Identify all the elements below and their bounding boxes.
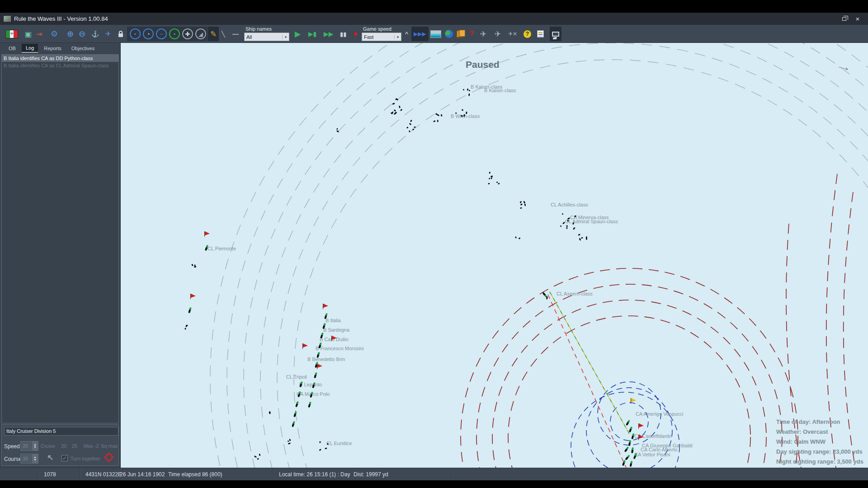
restore-window-button[interactable] [837, 14, 851, 24]
fast-forward-button[interactable]: ▶▶ [324, 25, 334, 43]
sighting-range-ring [244, 43, 868, 468]
lock-icon[interactable] [118, 25, 123, 43]
contact-marker[interactable] [463, 89, 464, 90]
save-icon[interactable]: ▣ [25, 25, 32, 43]
compass-green-dot-icon[interactable]: • [169, 25, 180, 43]
dashed-line-icon[interactable]: ••••• [232, 25, 239, 43]
play-step-button[interactable]: ▶▮ [308, 25, 316, 43]
division-flag[interactable] [302, 343, 303, 349]
italy-flag-icon[interactable] [5, 25, 18, 43]
helm-wheel-icon[interactable] [104, 452, 114, 462]
zoom-in-icon[interactable]: ⊕ [67, 25, 74, 43]
division-flag[interactable] [190, 294, 191, 299]
weather-panel: Time of day: AfternoonWeather: OvercastW… [776, 417, 863, 467]
sighting-range-ring [277, 43, 868, 468]
ledger-icon[interactable] [457, 25, 466, 43]
screen-settings-icon[interactable] [550, 27, 561, 41]
aircraft-strike-icon[interactable]: ✈ [495, 25, 501, 43]
sea-view-icon[interactable] [430, 25, 441, 43]
tab-ob[interactable]: OB [5, 44, 20, 52]
contact-marker[interactable] [567, 220, 568, 222]
ship-label: CA Marco Polo [297, 391, 330, 397]
collapse-toolbar-button[interactable]: ^ [405, 25, 408, 43]
targeting-line [550, 292, 629, 434]
compass-sector-icon[interactable]: ◔ [143, 25, 154, 43]
speed-value: 20 [21, 441, 32, 450]
contact-marker[interactable] [437, 120, 438, 122]
selected-division-flag[interactable] [631, 398, 631, 404]
weather-line: Night sighting range: 3,500 yds [776, 457, 863, 467]
ship-label: B Francesco Morosini [316, 346, 363, 351]
tab-reports[interactable]: Reports [40, 44, 66, 52]
game-speed-combo[interactable]: Game speedFast▾ [362, 25, 401, 43]
pause-button[interactable]: ▮▮ [340, 25, 346, 43]
app-icon [4, 16, 11, 22]
log-entry[interactable]: B Italia identifies CA as DD Python-clas… [2, 55, 118, 62]
message-log-icon[interactable] [537, 25, 544, 43]
plot-pencil-icon[interactable]: ✎ [208, 27, 219, 41]
turn-together-checkbox[interactable]: ✓ [61, 455, 68, 461]
zoom-out-icon[interactable]: ⊖ [79, 25, 85, 43]
sidebar-tabs: OBLogReportsObjectives [0, 43, 120, 53]
ship-names-combo[interactable]: Ship namesAll▾ [244, 25, 289, 43]
paused-indicator: Paused [466, 59, 500, 70]
division-flag[interactable] [638, 423, 639, 429]
chevron-down-icon: ▾ [394, 35, 401, 39]
anchor-icon[interactable]: ⚓ [91, 25, 99, 43]
compass-needle-icon[interactable]: ◢ [195, 25, 206, 43]
contact-marker[interactable] [566, 227, 568, 229]
speed-button-25[interactable]: 25 [72, 443, 77, 449]
intel-question-icon[interactable]: ? [469, 25, 474, 43]
fast-mode-icon[interactable]: ▶▶▶ [411, 27, 429, 41]
ship-label: CA Amerigo Vespucci [636, 411, 683, 417]
game_speed-dropdown[interactable]: Fast▾ [362, 33, 401, 41]
compass-dot-icon[interactable]: • [130, 25, 141, 43]
ship_names-dropdown[interactable]: All▾ [244, 33, 289, 41]
exit-door-icon[interactable]: ⇥ [36, 25, 42, 43]
weather-line: Day sighting range: 23,000 yds [776, 447, 863, 457]
course-spinner-arrows[interactable]: ▲▼ [32, 454, 38, 463]
weather-line: Weather: Overcast [776, 427, 863, 437]
division-flag[interactable] [331, 336, 332, 341]
globe-icon[interactable] [445, 25, 453, 43]
restore-icon [842, 17, 846, 21]
status-segment: 4431N 01322E [80, 468, 114, 480]
division-flag[interactable] [323, 304, 323, 309]
compass-minus-icon[interactable]: − [156, 25, 167, 43]
speed-button-20[interactable]: 20 [61, 443, 66, 449]
speed-button-cruise[interactable]: Cruise [41, 443, 55, 449]
speed-button-max-2[interactable]: Max -2 [84, 443, 99, 449]
division-flag[interactable] [204, 231, 205, 237]
close-window-button[interactable]: × [851, 14, 864, 24]
compass-cross-icon-glyph: ✚ [182, 28, 193, 39]
speed-spinner-arrows[interactable]: ▲▼ [32, 441, 38, 450]
aircraft-mode-icon[interactable]: ✈ [105, 25, 111, 43]
division-flag[interactable] [638, 435, 639, 440]
card-glyph [537, 30, 544, 38]
tactical-map[interactable]: Paused Time of day: AfternoonWeather: Ov… [121, 43, 868, 468]
ship-label: B Wien-class [451, 113, 480, 119]
ship-label: CL Aspern-class [557, 291, 593, 296]
course-spinner[interactable]: 30 ▲▼ [20, 454, 38, 464]
course-value: 30 [21, 454, 32, 463]
record-button[interactable]: ● [353, 25, 358, 43]
aircraft-patrol-icon[interactable]: ✈ [480, 25, 486, 43]
speed-button-sq-max[interactable]: Sq max [101, 443, 118, 449]
sighting-range-ring [294, 60, 868, 468]
set-course-arrow-icon[interactable]: ↖ [47, 453, 53, 462]
tab-objectives[interactable]: Objectives [67, 44, 99, 52]
ship-label: B Benedetto Brin [307, 357, 345, 362]
play-button[interactable]: ▶ [295, 25, 301, 43]
aircraft-cancel-icon[interactable]: ✈✕ [508, 25, 517, 43]
log-entry[interactable]: B Italia identifies CA as CL Admiral Spa… [2, 62, 118, 69]
division-name-field[interactable]: Italy Cruiser Division 5 [4, 427, 118, 436]
line-tool-icon[interactable]: ╲ [222, 25, 225, 43]
help-icon[interactable]: ? [524, 25, 531, 43]
speed-spinner[interactable]: 20 ▲▼ [20, 441, 38, 451]
contact-marker[interactable] [287, 440, 289, 442]
ship-label: B Lepanto [299, 382, 322, 387]
compass-cross-icon[interactable]: ✚ [182, 25, 193, 43]
tab-log[interactable]: Log [22, 44, 38, 53]
ship-label: B Italia [326, 318, 341, 323]
settings-gear-icon[interactable]: ⚙ [51, 25, 58, 43]
